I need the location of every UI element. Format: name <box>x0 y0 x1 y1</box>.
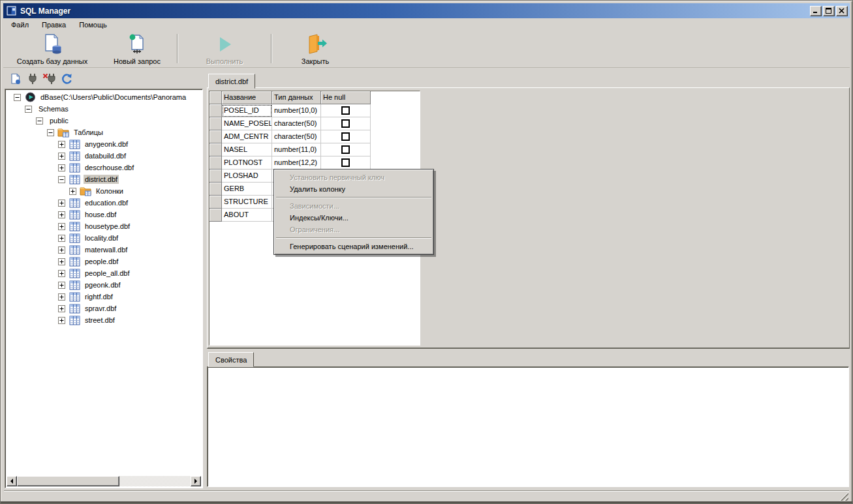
tree-node-label[interactable]: spravr.dbf <box>84 304 117 313</box>
create-database-button[interactable]: Создать базу данных <box>3 31 101 67</box>
not-null-checkbox[interactable] <box>341 119 350 128</box>
expand-plus-icon[interactable] <box>58 305 65 312</box>
cell-column-name[interactable]: NAME_POSEL <box>222 117 272 130</box>
maximize-button[interactable] <box>823 6 835 16</box>
cell-column-name[interactable]: NASEL <box>222 143 272 156</box>
tree-node-label[interactable]: street.dbf <box>84 316 116 325</box>
tab-district-dbf[interactable]: district.dbf <box>208 74 255 89</box>
row-header[interactable] <box>209 196 222 209</box>
tree-node[interactable]: people_all.dbf <box>7 267 201 279</box>
cell-column-name[interactable]: GERB <box>222 183 272 196</box>
not-null-checkbox[interactable] <box>341 145 350 154</box>
tree-node[interactable]: locality.dbf <box>7 232 201 244</box>
tree-node-label[interactable]: databuild.dbf <box>84 151 127 160</box>
tree-node[interactable]: district.dbf <box>7 173 201 185</box>
scrollbar-track[interactable] <box>119 476 191 486</box>
tree-node[interactable]: anygeonk.dbf <box>7 138 201 150</box>
tree-node-label[interactable]: materwall.dbf <box>84 245 129 254</box>
expand-plus-icon[interactable] <box>58 164 65 171</box>
resize-grip-icon[interactable] <box>839 492 848 501</box>
cell-column-name[interactable]: PLOSHAD <box>222 170 272 183</box>
tree-node[interactable]: descrhouse.dbf <box>7 162 201 173</box>
cell-not-null[interactable] <box>321 156 371 170</box>
row-header[interactable] <box>209 156 222 170</box>
scroll-left-button[interactable] <box>7 476 17 486</box>
row-header[interactable] <box>209 117 222 130</box>
column-header-notnull[interactable]: Не null <box>321 91 371 104</box>
expand-plus-icon[interactable] <box>58 153 65 160</box>
cell-column-name[interactable]: PLOTNOST <box>222 156 272 170</box>
tree-node-label[interactable]: anygeonk.dbf <box>84 140 129 149</box>
expand-plus-icon[interactable] <box>58 258 65 265</box>
tree-node-label[interactable]: Schemas <box>37 104 70 113</box>
expand-plus-icon[interactable] <box>58 293 65 301</box>
cell-data-type[interactable]: number(11,0) <box>272 143 321 156</box>
tree-node[interactable]: databuild.dbf <box>7 150 201 162</box>
tree-node[interactable]: Schemas <box>7 103 201 115</box>
column-header-name[interactable]: Название <box>222 91 272 104</box>
tree-node-label[interactable]: dBase(C:\Users\Public\Documents\Panorama <box>39 93 187 102</box>
not-null-checkbox[interactable] <box>341 106 350 115</box>
tree-node-label[interactable]: Таблицы <box>72 128 104 137</box>
expand-minus-icon[interactable] <box>58 176 65 183</box>
row-header[interactable] <box>209 104 222 117</box>
tree-node-label[interactable]: Колонки <box>95 186 125 196</box>
cell-column-name[interactable]: ABOUT <box>222 209 272 222</box>
cell-not-null[interactable] <box>321 143 371 156</box>
new-query-button[interactable]: Новый запрос <box>101 31 173 67</box>
column-header-type[interactable]: Тип данных <box>272 91 321 104</box>
tree-node[interactable]: Колонки <box>7 185 201 197</box>
tree-node-label[interactable]: housetype.dbf <box>84 222 131 231</box>
minimize-button[interactable] <box>810 6 822 16</box>
tree-horizontal-scrollbar[interactable] <box>7 476 201 486</box>
expand-plus-icon[interactable] <box>58 200 65 207</box>
not-null-checkbox[interactable] <box>341 132 350 141</box>
tree-node[interactable]: materwall.dbf <box>7 244 201 256</box>
tree-node-label[interactable]: education.dbf <box>84 198 129 207</box>
expand-plus-icon[interactable] <box>58 235 65 242</box>
close-connection-button[interactable]: Закрыть <box>276 31 354 67</box>
expand-plus-icon[interactable] <box>58 223 65 230</box>
expand-minus-icon[interactable] <box>47 129 54 136</box>
new-document-button[interactable] <box>7 72 24 86</box>
tree-node[interactable]: dBase(C:\Users\Public\Documents\Panorama <box>7 91 201 103</box>
cell-column-name[interactable]: ADM_CENTR <box>222 130 272 143</box>
tree-node-label[interactable]: rightf.dbf <box>84 292 114 301</box>
cell-not-null[interactable] <box>321 104 371 117</box>
row-header[interactable] <box>209 130 222 143</box>
row-header[interactable] <box>209 143 222 156</box>
cell-data-type[interactable]: character(50) <box>272 130 321 143</box>
properties-content[interactable] <box>207 366 849 487</box>
menu-file[interactable]: Файл <box>5 20 35 30</box>
tree-node[interactable]: house.dbf <box>7 209 201 220</box>
expand-plus-icon[interactable] <box>58 282 65 289</box>
tree-node-label[interactable]: pgeonk.dbf <box>84 280 121 289</box>
context-menu-item[interactable]: Индексы/Ключи... <box>275 212 432 224</box>
expand-plus-icon[interactable] <box>58 141 65 148</box>
menu-help[interactable]: Помощь <box>72 20 114 30</box>
cell-column-name[interactable]: POSEL_ID <box>222 104 272 117</box>
tree-node[interactable]: public <box>7 115 201 126</box>
tree-node[interactable]: rightf.dbf <box>7 291 201 303</box>
tree-node[interactable]: education.dbf <box>7 197 201 209</box>
row-header[interactable] <box>209 183 222 196</box>
expand-minus-icon[interactable] <box>14 94 21 101</box>
scroll-right-button[interactable] <box>191 476 201 486</box>
cell-data-type[interactable]: number(10,0) <box>272 104 321 117</box>
expand-minus-icon[interactable] <box>25 106 32 113</box>
menu-edit[interactable]: Правка <box>35 20 72 30</box>
expand-plus-icon[interactable] <box>58 246 65 254</box>
cell-data-type[interactable]: character(50) <box>272 117 321 130</box>
tree-node-label[interactable]: house.dbf <box>84 210 117 219</box>
scrollbar-thumb[interactable] <box>17 476 119 486</box>
title-bar[interactable]: SQL Manager <box>3 3 850 18</box>
tree-node-label[interactable]: descrhouse.dbf <box>84 163 135 172</box>
tree-node[interactable]: housetype.dbf <box>7 220 201 232</box>
tree-node-label[interactable]: district.dbf <box>84 175 119 184</box>
tree-node[interactable]: spravr.dbf <box>7 303 201 314</box>
tab-properties[interactable]: Свойства <box>208 352 254 367</box>
row-header[interactable] <box>209 209 222 222</box>
connect-button[interactable] <box>24 72 41 86</box>
cell-not-null[interactable] <box>321 130 371 143</box>
context-menu-item[interactable]: Удалить колонку <box>275 183 432 195</box>
